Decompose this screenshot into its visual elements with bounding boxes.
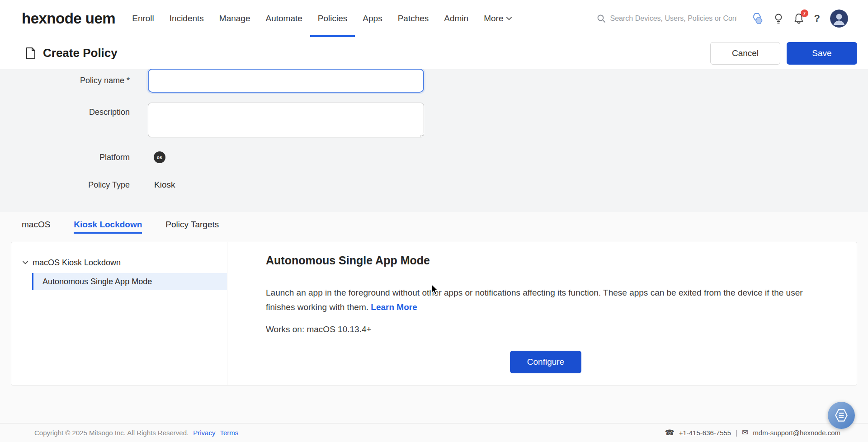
lightbulb-icon[interactable] <box>774 13 783 24</box>
nav-item-apps[interactable]: Apps <box>355 0 390 37</box>
nav-item-more[interactable]: More <box>476 0 519 37</box>
search-icon <box>597 14 606 23</box>
policy-form: Policy name * Description Platform os Po… <box>0 69 868 212</box>
hexnode-gears-icon[interactable] <box>751 13 764 25</box>
kiosk-lockdown-card: macOS Kiosk Lockdown Autonomous Single A… <box>11 242 857 386</box>
cancel-button[interactable]: Cancel <box>710 42 780 65</box>
policy-tabs: macOS Kiosk Lockdown Policy Targets <box>22 216 242 234</box>
top-nav: hexnode uem Enroll Incidents Manage Auto… <box>0 0 868 37</box>
document-icon <box>25 47 36 60</box>
tree-item-autonomous-single-app-mode[interactable]: Autonomous Single App Mode <box>32 273 227 290</box>
email-address[interactable]: mdm-support@hexnode.com <box>753 429 840 437</box>
kiosk-tree-panel: macOS Kiosk Lockdown Autonomous Single A… <box>11 242 227 385</box>
phone-number: +1-415-636-7555 <box>679 429 731 437</box>
nav-item-patches[interactable]: Patches <box>390 0 437 37</box>
main-nav: Enroll Incidents Manage Automate Policie… <box>124 0 519 37</box>
search-input[interactable] <box>610 14 737 23</box>
help-icon[interactable]: ? <box>814 13 820 24</box>
page-title: Create Policy <box>43 46 118 60</box>
detail-title: Autonomous Single App Mode <box>266 254 826 267</box>
hexnode-logo[interactable]: hexnode uem <box>22 10 115 27</box>
terms-link[interactable]: Terms <box>220 429 238 437</box>
envelope-icon: ✉ <box>742 428 748 437</box>
works-on-text: Works on: macOS 10.13.4+ <box>266 324 826 334</box>
chat-fab[interactable] <box>828 402 855 429</box>
footer-separator: | <box>736 429 737 437</box>
macos-platform-icon: os <box>154 151 165 163</box>
page-header: Create Policy Cancel Save <box>0 37 868 69</box>
configure-button[interactable]: Configure <box>510 351 581 373</box>
avatar[interactable] <box>830 9 848 28</box>
tab-policy-targets[interactable]: Policy Targets <box>165 216 219 234</box>
description-label: Description <box>0 107 130 117</box>
notification-badge: 7 <box>801 9 808 17</box>
learn-more-link[interactable]: Learn More <box>371 302 417 312</box>
policy-type-value: Kiosk <box>154 180 175 190</box>
nav-item-admin[interactable]: Admin <box>436 0 476 37</box>
nav-item-policies[interactable]: Policies <box>310 0 355 37</box>
tab-macos[interactable]: macOS <box>22 216 50 234</box>
detail-panel: Autonomous Single App Mode Launch an app… <box>227 242 857 385</box>
tree-group-label: macOS Kiosk Lockdown <box>33 258 121 268</box>
global-search <box>597 14 739 23</box>
nav-item-incidents[interactable]: Incidents <box>162 0 212 37</box>
notifications-bell[interactable]: 7 <box>793 13 804 24</box>
platform-label: Platform <box>0 152 130 162</box>
tree-group-macos-kiosk-lockdown[interactable]: macOS Kiosk Lockdown <box>11 256 227 269</box>
header-buttons: Cancel Save <box>710 42 857 65</box>
chevron-down-icon <box>23 261 28 264</box>
copyright-text: Copyright © 2025 Mitsogo Inc. All Rights… <box>34 429 189 437</box>
footer-right: ☎ +1-415-636-7555 | ✉ mdm-support@hexnod… <box>665 428 840 437</box>
header-icons: 7 ? <box>751 9 848 28</box>
tree-item-label: Autonomous Single App Mode <box>42 277 152 287</box>
policy-name-label: Policy name * <box>0 75 130 85</box>
policy-type-label: Policy Type <box>0 180 130 190</box>
nav-item-automate[interactable]: Automate <box>258 0 310 37</box>
hexnode-chat-icon <box>834 408 849 423</box>
chevron-down-icon <box>506 17 512 20</box>
tab-kiosk-lockdown[interactable]: Kiosk Lockdown <box>74 216 142 234</box>
nav-item-enroll[interactable]: Enroll <box>124 0 162 37</box>
privacy-link[interactable]: Privacy <box>193 429 215 437</box>
configure-wrap: Configure <box>266 351 826 373</box>
detail-description: Launch an app in the foreground without … <box>266 286 808 315</box>
footer: Copyright © 2025 Mitsogo Inc. All Rights… <box>0 423 868 442</box>
description-textarea[interactable] <box>148 103 424 137</box>
footer-left: Copyright © 2025 Mitsogo Inc. All Rights… <box>34 429 238 437</box>
divider <box>249 275 826 275</box>
nav-item-manage[interactable]: Manage <box>212 0 258 37</box>
policy-name-input[interactable] <box>148 69 424 93</box>
save-button[interactable]: Save <box>787 42 857 65</box>
phone-icon: ☎ <box>665 428 674 437</box>
